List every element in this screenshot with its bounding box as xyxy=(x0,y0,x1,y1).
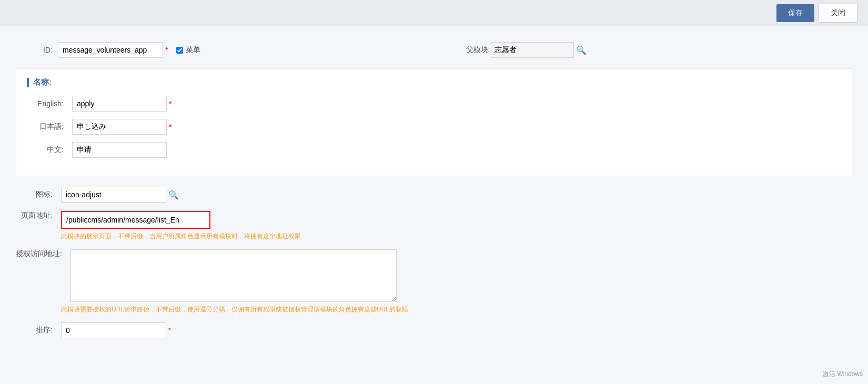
sort-input[interactable] xyxy=(61,322,166,338)
chinese-label: 中文: xyxy=(27,145,64,155)
english-row: English: * xyxy=(27,96,841,112)
names-section: 名称: English: * 日本語: * 中文: xyxy=(16,68,852,176)
auth-url-section: 授权访问地址: 此模块需要授权的URL请求路径，不带后缀，使用逗号分隔。仅拥有所… xyxy=(16,249,852,314)
sort-label: 排序: xyxy=(16,326,53,335)
icon-row: 图标: 🔍 xyxy=(16,187,852,203)
required-star-sort: * xyxy=(168,326,171,335)
menu-checkbox[interactable] xyxy=(176,47,183,54)
page-url-hint: 此模块的展示页面，不带后缀，当用户所属角色显示所有模块时，将拥有这个地址权限 xyxy=(61,232,852,241)
id-row: ID: * 菜单 父模块: 🔍 xyxy=(16,37,852,58)
menu-checkbox-label[interactable]: 菜单 xyxy=(176,45,200,55)
auth-url-row: 授权访问地址: xyxy=(16,249,852,302)
required-star-ja: * xyxy=(169,123,171,131)
names-title: 名称: xyxy=(33,77,52,87)
top-bar: 保存 关闭 xyxy=(0,0,868,26)
sort-row: 排序: * xyxy=(16,322,852,338)
parent-module-label: 父模块: xyxy=(453,45,490,55)
page-url-row: 页面地址: xyxy=(16,211,852,229)
auth-url-hint: 此模块需要授权的URL请求路径，不带后缀，使用逗号分隔。仅拥有所有权限或被授权管… xyxy=(61,305,852,314)
japanese-row: 日本語: * xyxy=(27,119,841,135)
names-section-title: 名称: xyxy=(27,77,841,87)
windows-hint: 激活 Windows xyxy=(823,370,863,379)
page-url-section: 页面地址: 此模块的展示页面，不带后缀，当用户所属角色显示所有模块时，将拥有这个… xyxy=(16,211,852,241)
chinese-row: 中文: xyxy=(27,142,841,158)
japanese-label: 日本語: xyxy=(27,122,64,132)
icon-search-button[interactable]: 🔍 xyxy=(166,189,181,201)
page-url-input[interactable] xyxy=(62,212,209,228)
english-label: English: xyxy=(27,99,64,108)
main-content: ID: * 菜单 父模块: 🔍 名称: English: * 日本語: * xyxy=(0,26,868,384)
title-bar xyxy=(27,78,29,87)
auth-url-textarea[interactable] xyxy=(70,249,397,302)
required-star-id: * xyxy=(165,46,168,54)
search-icon-2: 🔍 xyxy=(168,190,179,199)
parent-module-search-button[interactable]: 🔍 xyxy=(574,44,589,56)
chinese-input[interactable] xyxy=(72,142,167,158)
page-url-input-wrapper xyxy=(61,211,210,229)
japanese-input[interactable] xyxy=(72,119,167,135)
page-url-label: 页面地址: xyxy=(16,211,53,220)
auth-url-label: 授权访问地址: xyxy=(16,249,62,259)
search-icon: 🔍 xyxy=(576,46,587,55)
save-button[interactable]: 保存 xyxy=(776,4,814,22)
english-input[interactable] xyxy=(72,96,167,112)
icon-input[interactable] xyxy=(61,187,166,203)
id-label: ID: xyxy=(16,46,53,54)
id-input[interactable] xyxy=(58,42,163,58)
close-button[interactable]: 关闭 xyxy=(819,4,857,23)
required-star-en: * xyxy=(169,99,171,108)
menu-label: 菜单 xyxy=(186,45,200,55)
parent-module-input[interactable] xyxy=(490,42,574,58)
icon-label: 图标: xyxy=(16,190,53,199)
